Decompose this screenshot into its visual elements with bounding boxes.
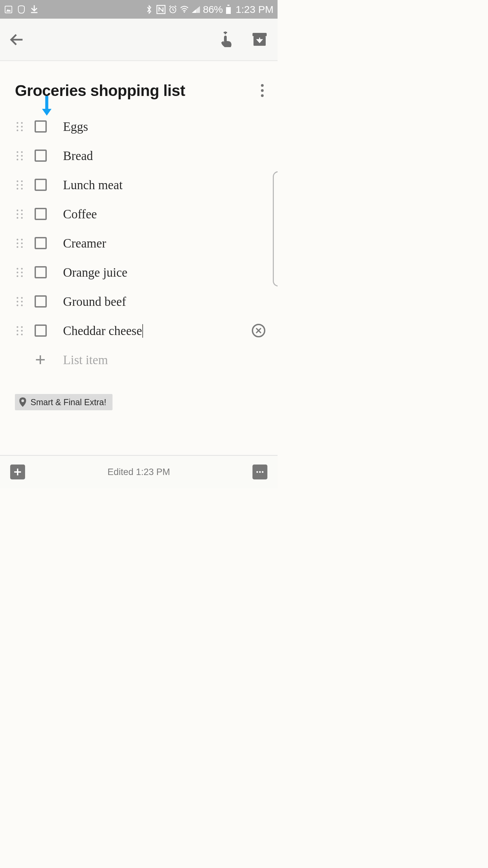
checkbox[interactable] — [35, 237, 47, 249]
add-list-item[interactable]: List item — [15, 345, 264, 374]
status-right-group: 86% 1:23 PM — [145, 4, 273, 15]
location-label: Smart & Final Extra! — [30, 397, 106, 407]
checkbox[interactable] — [35, 295, 47, 308]
bottom-toolbar: Edited 1:23 PM — [0, 455, 278, 488]
checkbox[interactable] — [35, 150, 47, 162]
note-content: Groceries shopping list Eggs Bread Lunch… — [0, 61, 278, 455]
wifi-icon — [180, 5, 189, 14]
gallery-icon — [4, 5, 13, 14]
drag-handle-icon[interactable] — [15, 238, 24, 249]
list-item: Coffee — [15, 199, 264, 229]
item-label[interactable]: Bread — [63, 149, 264, 163]
svg-point-16 — [257, 471, 258, 473]
bluetooth-icon — [145, 5, 154, 14]
list-item: Orange juice — [15, 258, 264, 287]
drag-handle-icon[interactable] — [15, 267, 24, 278]
overflow-button[interactable] — [252, 465, 267, 479]
nfc-icon — [156, 5, 166, 14]
checkbox[interactable] — [35, 179, 47, 191]
svg-rect-10 — [252, 33, 267, 36]
drag-handle-icon[interactable] — [15, 121, 24, 132]
back-button[interactable] — [8, 31, 25, 48]
checkbox[interactable] — [35, 120, 47, 133]
item-label[interactable]: Coffee — [63, 207, 264, 221]
item-label[interactable]: Lunch meat — [63, 178, 264, 192]
list-item: Lunch meat — [15, 170, 264, 199]
item-label[interactable]: Orange juice — [63, 265, 264, 280]
drag-handle-icon[interactable] — [15, 325, 24, 336]
battery-percent: 86% — [203, 4, 223, 15]
download-icon — [30, 5, 39, 14]
plus-icon — [35, 354, 46, 366]
list-item: Creamer — [15, 229, 264, 258]
list-item: Ground beef — [15, 287, 264, 316]
svg-point-18 — [262, 471, 264, 473]
more-options-button[interactable] — [261, 84, 264, 97]
add-button[interactable] — [10, 465, 25, 479]
alarm-icon — [168, 5, 177, 14]
svg-marker-6 — [192, 9, 196, 13]
drag-handle-icon[interactable] — [15, 296, 24, 307]
list-item: Eggs — [15, 112, 264, 141]
edited-timestamp: Edited 1:23 PM — [107, 467, 170, 477]
drag-handle-icon[interactable] — [15, 179, 24, 190]
add-placeholder: List item — [63, 353, 108, 367]
list-item: Cheddar cheese — [15, 316, 264, 345]
svg-rect-0 — [5, 6, 12, 13]
clock-text: 1:23 PM — [236, 4, 273, 15]
svg-rect-8 — [227, 5, 229, 6]
svg-point-17 — [259, 471, 261, 473]
svg-point-13 — [261, 89, 264, 92]
checkbox[interactable] — [35, 208, 47, 220]
checkbox[interactable] — [35, 324, 47, 337]
item-label[interactable]: Cheddar cheese — [63, 323, 142, 338]
android-status-bar: 86% 1:23 PM — [0, 0, 278, 19]
svg-point-4 — [184, 11, 185, 13]
location-pin-icon — [18, 397, 27, 408]
item-label[interactable]: Creamer — [63, 236, 264, 251]
delete-item-button[interactable] — [252, 324, 265, 337]
svg-point-12 — [261, 84, 264, 87]
archive-button[interactable] — [252, 32, 267, 47]
checklist: Eggs Bread Lunch meat Coffee Creamer Ora… — [15, 112, 264, 374]
galaxy-apps-icon — [17, 5, 26, 14]
pin-gesture-icon[interactable] — [219, 31, 234, 48]
battery-icon — [225, 5, 231, 14]
note-title[interactable]: Groceries shopping list — [15, 81, 185, 100]
edge-scroll-indicator[interactable] — [273, 171, 278, 287]
location-chip[interactable]: Smart & Final Extra! — [15, 394, 113, 410]
svg-marker-1 — [6, 9, 11, 12]
item-label[interactable]: Ground beef — [63, 294, 264, 309]
status-left-icons — [4, 5, 39, 14]
list-item: Bread — [15, 141, 264, 170]
drag-handle-icon[interactable] — [15, 150, 24, 161]
svg-point-15 — [21, 399, 24, 402]
app-bar — [0, 19, 278, 61]
item-label[interactable]: Eggs — [63, 119, 264, 134]
svg-rect-9 — [226, 6, 231, 7]
checkbox[interactable] — [35, 266, 47, 278]
drag-handle-icon[interactable] — [15, 209, 24, 219]
svg-point-14 — [261, 94, 264, 97]
signal-icon — [191, 5, 200, 14]
